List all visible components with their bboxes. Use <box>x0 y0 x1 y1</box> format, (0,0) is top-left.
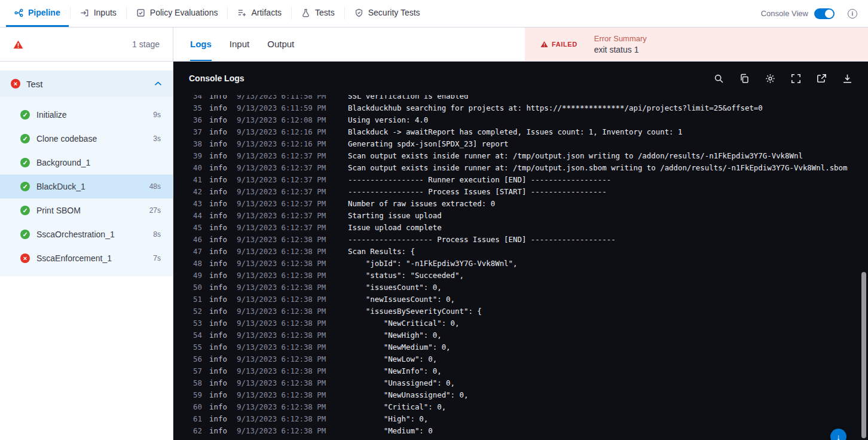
log-message: Blackduckhub searching for projects at: … <box>348 103 763 112</box>
execution-sidebar: 1 stage × Test ✓Initialize9s✓Clone codeb… <box>0 28 173 440</box>
console-title: Console Logs <box>189 74 244 83</box>
page-content: 1 stage × Test ✓Initialize9s✓Clone codeb… <box>0 28 868 440</box>
log-line-42: 42info9/13/2023 6:12:37 PM--------------… <box>173 185 868 197</box>
success-check-icon: ✓ <box>20 110 30 120</box>
log-timestamp: 9/13/2023 6:12:38 PM <box>237 355 331 363</box>
log-message: "NewLow": 0, <box>348 355 437 363</box>
log-line-number: 60 <box>187 402 202 411</box>
log-level: info <box>209 271 228 280</box>
tab-label: Output <box>267 39 294 49</box>
console-view-control: Console View i <box>761 0 857 27</box>
log-scroll-area[interactable]: 34info9/13/2023 6:11:58 PMSSL verificati… <box>173 95 868 440</box>
tab-pipeline[interactable]: Pipeline <box>6 0 69 27</box>
console-view-toggle[interactable] <box>814 8 835 19</box>
log-timestamp: 9/13/2023 6:12:38 PM <box>237 259 331 268</box>
log-message: "newIssuesCount": 0, <box>348 295 455 304</box>
open-in-new-icon[interactable] <box>817 74 827 84</box>
step-row-sscaenforcement-1[interactable]: ×SscaEnforcement_17s <box>0 246 173 270</box>
stage-row-test[interactable]: × Test <box>0 71 173 97</box>
steps-list: ✓Initialize9s✓Clone codebase3s✓Backgroun… <box>0 97 173 270</box>
tab-input[interactable]: Input <box>230 28 249 61</box>
log-level: info <box>209 151 228 160</box>
tab-artifacts[interactable]: Artifacts <box>229 0 290 27</box>
log-message: ------------------- Process Issues [END]… <box>348 235 616 244</box>
log-line-34: 34info9/13/2023 6:11:58 PMSSL verificati… <box>173 95 868 102</box>
log-timestamp: 9/13/2023 6:12:38 PM <box>237 378 331 387</box>
step-row-sscaorchestration-1[interactable]: ✓SscaOrchestration_18s <box>0 222 173 246</box>
log-message: "High": 0, <box>348 414 428 423</box>
log-message: "Critical": 0, <box>348 402 446 411</box>
log-line-number: 54 <box>187 331 202 340</box>
log-message: Scan output exists inside runner at: /tm… <box>348 151 803 160</box>
chevron-up-icon[interactable] <box>154 81 162 86</box>
log-message: ----------------- Runner execution [END]… <box>348 175 611 184</box>
log-message: "jobId": "-n1FkEpdiw3Y7G-Vvk8Wnl", <box>348 259 517 268</box>
log-line-number: 55 <box>187 343 202 352</box>
log-line-number: 43 <box>187 199 202 208</box>
console-header: Console Logs <box>173 62 868 95</box>
nav-spacer <box>429 0 761 27</box>
log-level: info <box>209 247 228 256</box>
log-timestamp: 9/13/2023 6:12:38 PM <box>237 390 331 399</box>
success-check-icon: ✓ <box>20 182 30 191</box>
log-message: "Medium": 0 <box>348 426 433 435</box>
step-label: SscaOrchestration_1 <box>36 230 115 239</box>
nav-separator <box>126 7 127 20</box>
log-line-number: 39 <box>187 151 202 160</box>
log-line-35: 35info9/13/2023 6:11:59 PMBlackduckhub s… <box>173 102 868 114</box>
tab-policy-evaluations[interactable]: Policy Evaluations <box>128 0 227 27</box>
log-line-number: 56 <box>187 355 202 363</box>
toggle-knob <box>825 10 833 18</box>
step-row-clone-codebase[interactable]: ✓Clone codebase3s <box>0 127 173 151</box>
tab-security-tests[interactable]: Security Tests <box>346 0 429 27</box>
download-icon[interactable] <box>842 74 852 84</box>
log-line-48: 48info9/13/2023 6:12:38 PM "jobId": "-n1… <box>173 257 868 269</box>
tab-output[interactable]: Output <box>267 28 294 61</box>
search-icon[interactable] <box>714 74 724 84</box>
tab-logs[interactable]: Logs <box>190 28 212 61</box>
tab-label: Policy Evaluations <box>150 8 218 17</box>
pipeline-icon <box>14 8 23 17</box>
log-message: "issuesBySeverityCount": { <box>348 307 482 316</box>
error-summary-message: exit status 1 <box>594 45 647 54</box>
stage-section: × Test ✓Initialize9s✓Clone codebase3s✓Ba… <box>0 71 173 276</box>
scrollbar-thumb[interactable] <box>861 272 866 438</box>
step-row-initialize[interactable]: ✓Initialize9s <box>0 103 173 127</box>
failed-x-icon: × <box>11 79 20 88</box>
log-message: Using version: 4.0 <box>348 115 428 124</box>
log-line-37: 37info9/13/2023 6:12:16 PMBlackduck -> a… <box>173 126 868 138</box>
step-row-print-sbom[interactable]: ✓Print SBOM27s <box>0 198 173 222</box>
log-lines: 34info9/13/2023 6:11:58 PMSSL verificati… <box>173 95 868 436</box>
log-level: info <box>209 259 228 268</box>
tab-tests[interactable]: Tests <box>293 0 343 27</box>
tab-inputs[interactable]: Inputs <box>72 0 125 27</box>
log-level: info <box>209 223 228 232</box>
error-summary-banner: FAILED Error Summary exit status 1 <box>525 28 868 61</box>
log-message: SSL verification is enabled <box>348 95 468 100</box>
main-panel: Logs Input Output FAILED Error Summary e… <box>173 28 868 440</box>
log-message: Scan Results: { <box>348 247 415 256</box>
step-row-background-1[interactable]: ✓Background_1 <box>0 151 173 175</box>
log-message: Blackduck -> awaitReport has completed, … <box>348 127 683 136</box>
log-line-number: 40 <box>187 163 202 172</box>
log-line-58: 58info9/13/2023 6:12:38 PM "Unassigned":… <box>173 377 868 389</box>
log-line-number: 41 <box>187 175 202 184</box>
log-timestamp: 9/13/2023 6:12:37 PM <box>237 223 331 232</box>
copy-icon[interactable] <box>739 74 750 84</box>
step-duration: 48s <box>149 182 161 191</box>
fullscreen-icon[interactable] <box>791 74 801 84</box>
log-level: info <box>209 355 228 363</box>
info-icon[interactable]: i <box>848 9 857 19</box>
log-line-number: 42 <box>187 187 202 196</box>
log-message: Issue upload complete <box>348 223 442 232</box>
log-timestamp: 9/13/2023 6:12:38 PM <box>237 402 331 411</box>
success-check-icon: ✓ <box>20 158 30 167</box>
log-line-number: 53 <box>187 319 202 328</box>
log-message: "status": "Succeeded", <box>348 271 464 280</box>
log-message: "Unassigned": 0, <box>348 378 455 387</box>
log-line-53: 53info9/13/2023 6:12:38 PM "NewCritical"… <box>173 317 868 329</box>
step-row-blackduck-1[interactable]: ✓BlackDuck_148s <box>0 175 173 198</box>
log-line-36: 36info9/13/2023 6:12:08 PMUsing version:… <box>173 114 868 126</box>
nav-separator <box>291 7 292 20</box>
settings-gear-icon[interactable] <box>765 74 775 84</box>
